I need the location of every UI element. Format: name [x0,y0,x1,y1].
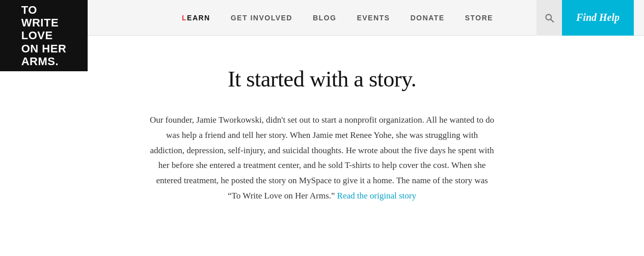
find-help-button[interactable]: Find Help [562,0,634,36]
nav-item-events[interactable]: EVENTS [357,14,390,22]
nav-item-learn[interactable]: LEARN [182,14,210,22]
nav-learn-l: L [182,14,187,22]
nav-learn-rest: EARN [187,14,210,22]
nav-item-blog[interactable]: BLOG [313,14,336,22]
body-text: Our founder, Jamie Tworkowski, didn't se… [149,112,495,204]
nav-items: LEARN GET INVOLVED BLOG EVENTS DONATE ST… [139,14,536,22]
main-content: It started with a story. Our founder, Ja… [93,36,551,224]
logo[interactable]: TOWRITELOVEON HERARMS. [0,0,88,71]
nav-item-get-involved[interactable]: GET INVOLVED [231,14,292,22]
logo-text: TOWRITELOVEON HERARMS. [21,4,67,68]
search-button[interactable] [536,0,562,36]
read-original-story-link[interactable]: Read the original story [337,191,416,201]
header: TOWRITELOVEON HERARMS. LEARN GET INVOLVE… [0,0,644,36]
nav-item-donate[interactable]: DONATE [410,14,444,22]
main-nav: LEARN GET INVOLVED BLOG EVENTS DONATE ST… [88,0,644,35]
page-title: It started with a story. [103,66,541,92]
svg-line-1 [551,19,553,21]
search-icon [544,13,554,23]
body-paragraph: Our founder, Jamie Tworkowski, didn't se… [150,115,494,201]
nav-item-store[interactable]: STORE [465,14,493,22]
